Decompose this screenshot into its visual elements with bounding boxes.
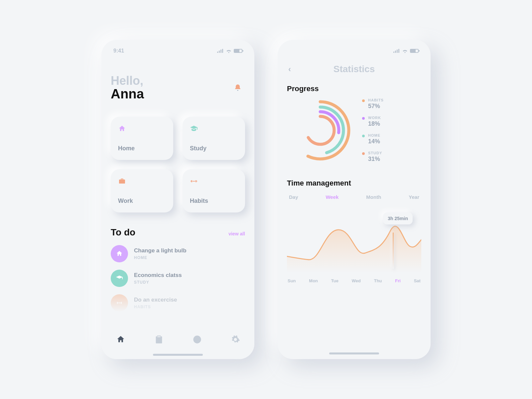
todo-list: Change a light bulb HOME Economics clats…	[111, 245, 245, 312]
todo-title-text: Do an excercise	[134, 297, 177, 303]
tab-home[interactable]	[116, 335, 125, 345]
period-selector: Day Week Month Year	[287, 194, 421, 200]
notifications-button[interactable]	[230, 80, 245, 95]
day-label: Mon	[309, 278, 318, 283]
progress-legend: HABITS57% WORK18% HOME14% STUDY31%	[362, 98, 384, 163]
home-icon	[116, 250, 123, 257]
todo-title-text: Economics clatss	[134, 272, 182, 279]
legend-value: 31%	[368, 156, 382, 163]
wifi-icon	[226, 49, 232, 53]
period-option[interactable]: Month	[366, 194, 381, 200]
legend-key: WORK	[368, 116, 381, 120]
home-indicator	[153, 354, 203, 356]
todo-item[interactable]: Do an excercise HABITS	[111, 294, 245, 312]
graduation-cap-icon	[116, 275, 123, 282]
category-card-study[interactable]: Study	[183, 117, 245, 160]
category-grid: Home Study Work Habits	[111, 117, 245, 212]
status-icons	[217, 49, 242, 53]
tab-bar	[101, 327, 254, 359]
day-label: Thu	[374, 278, 382, 283]
category-label: Work	[118, 198, 166, 204]
legend-row: HABITS57%	[362, 98, 384, 110]
cellular-icon	[393, 49, 400, 53]
legend-dot	[362, 117, 365, 120]
home-icon	[116, 335, 125, 344]
wifi-icon	[402, 49, 408, 53]
todo-header: To do view all	[111, 227, 245, 238]
home-indicator	[329, 352, 379, 354]
chart-tooltip: 3h 25min	[383, 212, 413, 224]
greeting-hello: Hello,	[111, 74, 144, 88]
clipboard-icon	[154, 335, 164, 344]
greeting: Hello, Anna	[111, 74, 245, 101]
todo-item[interactable]: Change a light bulb HOME	[111, 245, 245, 262]
phone-home: 9:41 Hello, Anna Home Study Work	[101, 40, 254, 359]
legend-dot	[362, 99, 365, 102]
progress-rings-chart	[287, 97, 353, 164]
todo-category-icon	[111, 294, 128, 312]
svg-point-3	[306, 116, 334, 144]
view-all-link[interactable]: view all	[228, 231, 245, 236]
day-label: Wed	[352, 278, 361, 283]
period-option[interactable]: Week	[326, 194, 338, 200]
legend-key: STUDY	[368, 151, 382, 155]
pie-chart-icon	[193, 335, 202, 344]
day-label: Sun	[288, 278, 296, 283]
period-option[interactable]: Year	[409, 194, 419, 200]
legend-value: 14%	[368, 138, 380, 145]
bell-icon	[234, 84, 242, 92]
legend-key: HABITS	[368, 98, 384, 102]
status-bar: 9:41	[111, 47, 245, 54]
briefcase-icon	[118, 177, 126, 185]
todo-category-text: STUDY	[134, 280, 182, 285]
category-label: Study	[190, 145, 238, 152]
gear-icon	[231, 335, 240, 344]
cellular-icon	[217, 49, 224, 53]
tab-stats[interactable]	[193, 335, 202, 345]
legend-dot	[362, 152, 365, 155]
todo-category-icon	[111, 270, 128, 287]
chart-marker	[393, 232, 394, 269]
todo-category-icon	[111, 245, 128, 262]
status-bar	[287, 47, 421, 54]
progress-section: HABITS57% WORK18% HOME14% STUDY31%	[287, 97, 421, 164]
battery-icon	[234, 49, 242, 53]
home-icon	[118, 125, 126, 133]
legend-value: 18%	[368, 120, 381, 127]
category-card-home[interactable]: Home	[111, 117, 173, 160]
dumbbell-icon	[190, 177, 198, 185]
back-button[interactable]: ‹	[288, 65, 291, 74]
category-label: Home	[118, 145, 166, 152]
tab-settings[interactable]	[231, 335, 240, 345]
tab-tasks[interactable]	[154, 335, 164, 345]
todo-title-text: Change a light bulb	[134, 247, 187, 254]
category-card-work[interactable]: Work	[111, 169, 173, 212]
status-time: 9:41	[113, 48, 124, 54]
time-title: Time management	[287, 179, 421, 188]
status-icons	[393, 49, 419, 53]
period-option[interactable]: Day	[289, 194, 298, 200]
todo-item[interactable]: Economics clatss STUDY	[111, 270, 245, 287]
battery-icon	[410, 49, 419, 53]
category-label: Habits	[190, 198, 238, 204]
svg-point-1	[297, 107, 343, 154]
progress-title: Progress	[287, 84, 421, 93]
legend-dot	[362, 135, 365, 137]
todo-category-text: HOME	[134, 255, 187, 260]
day-axis: Sun Mon Tue Wed Thu Fri Sat	[287, 278, 421, 283]
day-label: Tue	[331, 278, 338, 283]
phone-statistics: ‹ Statistics Progress HABITS57%	[278, 40, 431, 359]
time-line-chart: 3h 25min	[287, 206, 421, 273]
legend-row: STUDY31%	[362, 151, 384, 163]
legend-row: HOME14%	[362, 133, 384, 145]
legend-key: HOME	[368, 133, 380, 137]
day-label: Sat	[414, 278, 421, 283]
status-time	[290, 48, 291, 54]
dumbbell-icon	[116, 299, 123, 307]
screen-title: Statistics	[333, 64, 375, 74]
stats-header: ‹ Statistics	[287, 64, 421, 74]
greeting-name: Anna	[111, 86, 144, 101]
category-card-habits[interactable]: Habits	[183, 169, 245, 212]
legend-value: 57%	[368, 103, 384, 110]
graduation-cap-icon	[190, 125, 198, 133]
